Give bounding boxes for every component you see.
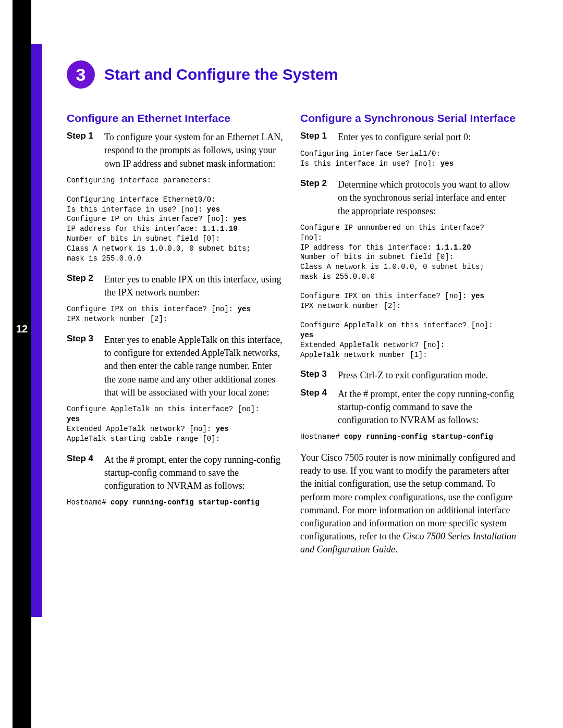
right-step-1: Step 1 Enter yes to configure serial por… — [300, 131, 519, 144]
left-step-4: Step 4 At the # prompt, enter the copy r… — [67, 453, 286, 493]
step-label: Step 4 — [300, 388, 338, 427]
step-label: Step 2 — [300, 178, 338, 218]
step-label: Step 4 — [67, 453, 104, 493]
right-step-3: Step 3 Press Ctrl-Z to exit configuratio… — [300, 369, 519, 382]
left-black-bar — [13, 0, 31, 728]
right-code-1: Configuring interface Serial1/0: Is this… — [300, 149, 519, 169]
page-content: 3 Start and Configure the System Configu… — [67, 60, 525, 557]
left-code-4: Hostname# copy running-config startup-co… — [67, 498, 286, 508]
right-code-2a: Configure IP unnumbered on this interfac… — [300, 223, 519, 282]
left-step-2: Step 2 Enter yes to enable IPX on this i… — [67, 273, 286, 299]
closing-paragraph: Your Cisco 7505 router is now minimally … — [300, 451, 519, 557]
left-code-2: Configure IPX on this interface? [no]: y… — [67, 304, 286, 324]
step-label: Step 1 — [300, 131, 338, 144]
left-purple-bar — [31, 44, 42, 617]
left-step-3: Step 3 Enter yes to enable AppleTalk on … — [67, 334, 286, 399]
right-code-4: Hostname# copy running-config startup-co… — [300, 432, 519, 442]
step-body: Enter yes to enable IPX on this interfac… — [104, 273, 286, 299]
section-badge: 3 — [67, 60, 95, 89]
left-column: Configure an Ethernet Interface Step 1 T… — [67, 112, 286, 557]
step-body: Determine which protocols you want to al… — [338, 178, 519, 218]
step-body: Enter yes to enable AppleTalk on this in… — [104, 334, 286, 399]
left-code-3: Configure AppleTalk on this interface? [… — [67, 404, 286, 444]
step-label: Step 2 — [67, 273, 104, 299]
step-body: Enter yes to configure serial port 0: — [338, 131, 471, 144]
right-code-2b: Configure IPX on this interface? [no]: y… — [300, 291, 519, 311]
step-label: Step 3 — [67, 334, 104, 399]
step-body: Press Ctrl-Z to exit configuration mode. — [338, 369, 488, 382]
section-title: Start and Configure the System — [104, 66, 338, 83]
right-column: Configure a Synchronous Serial Interface… — [300, 112, 519, 557]
left-heading: Configure an Ethernet Interface — [67, 112, 286, 125]
step-body: At the # prompt, enter the copy running-… — [104, 453, 286, 493]
step-label: Step 3 — [300, 369, 338, 382]
right-code-2c: Configure AppleTalk on this interface? [… — [300, 320, 519, 360]
right-heading: Configure a Synchronous Serial Interface — [300, 112, 519, 125]
right-step-4: Step 4 At the # prompt, enter the copy r… — [300, 388, 519, 427]
step-label: Step 1 — [67, 131, 104, 170]
left-code-1b: Configuring interface Ethernet0/0: Is th… — [67, 195, 286, 264]
right-step-2: Step 2 Determine which protocols you wan… — [300, 178, 519, 218]
section-header: 3 Start and Configure the System — [67, 60, 525, 89]
step-body: To configure your system for an Ethernet… — [104, 131, 286, 170]
left-code-1a: Configuring interface parameters: — [67, 176, 286, 186]
left-step-1: Step 1 To configure your system for an E… — [67, 131, 286, 170]
page-number: 12 — [13, 323, 31, 335]
step-body: At the # prompt, enter the copy running-… — [338, 388, 519, 427]
